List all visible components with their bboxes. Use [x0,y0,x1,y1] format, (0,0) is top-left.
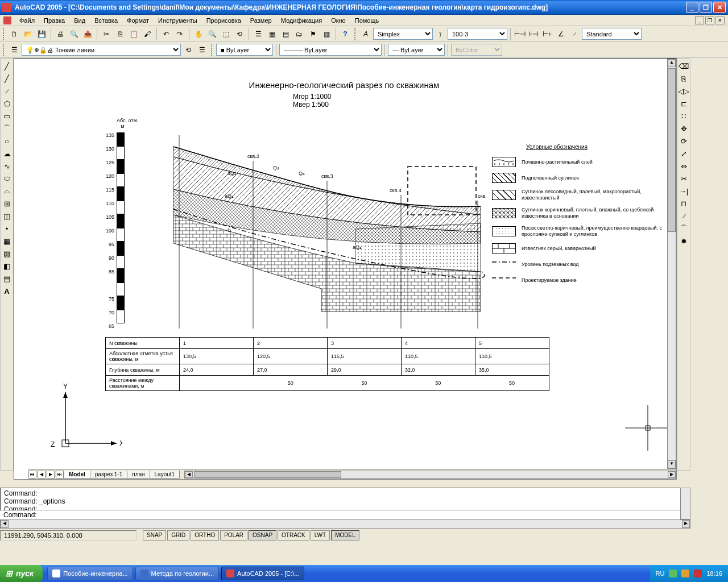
ortho-toggle[interactable]: ORTHO [191,530,219,541]
menu-format[interactable]: Формат [122,16,154,25]
dim5-button[interactable]: ⟋ [568,28,581,40]
toolpalettes-button[interactable]: ▤ [279,28,292,40]
matchprop-button[interactable]: 🖌 [141,28,154,40]
layer-prev-button[interactable]: ⟲ [182,44,195,56]
dimstyle-button[interactable]: ⟟ [434,28,446,40]
tab-layout1[interactable]: Layout1 [150,471,180,479]
trim-button[interactable]: ✂ [678,173,689,184]
dim4-button[interactable]: ∠ [555,28,567,40]
pan-button[interactable]: ✋ [192,28,205,40]
menu-draw[interactable]: Прорисовка [202,16,246,25]
polar-toggle[interactable]: POLAR [220,530,247,541]
dim2-button[interactable]: ⊦⊣ [527,28,540,40]
markup-button[interactable]: ⚑ [307,28,319,40]
scale-button[interactable]: ⤢ [678,148,689,159]
explode-button[interactable]: ✹ [678,235,689,247]
ellipsearc-button[interactable]: ⌓ [1,185,13,197]
tray-icon-2[interactable] [681,569,689,577]
chamfer-button[interactable]: ⟋ [678,210,689,222]
osnap-toggle[interactable]: OSNAP [249,530,276,541]
circle-button[interactable]: ○ [1,135,13,147]
tab-prev-button[interactable]: ◀ [38,471,46,479]
doc-restore-button[interactable]: ❐ [705,16,714,24]
menu-view[interactable]: Вид [69,16,90,25]
preview-button[interactable]: 🔍 [68,28,80,40]
array-button[interactable]: ∷ [678,110,689,122]
zoom-window-button[interactable]: ⬚ [220,28,232,40]
point-button[interactable]: • [1,223,13,234]
horizontal-scrollbar[interactable]: ◀ ▶ [184,471,676,479]
tray-icon-3[interactable] [694,569,702,577]
calc-button[interactable]: ▥ [320,28,333,40]
insert-button[interactable]: ⊞ [1,198,13,209]
menu-file[interactable]: Файл [15,16,39,25]
maximize-button[interactable]: ❐ [700,2,712,13]
help-button[interactable]: ? [339,28,351,40]
dim3-button[interactable]: ⊢⊦ [541,28,553,40]
erase-button[interactable]: ⌫ [678,60,689,72]
tab-model[interactable]: Model [64,471,90,479]
drawing-area[interactable]: Инженерно-геологический разрез по скважи… [14,58,677,480]
color-dropdown[interactable]: ■ ByLayer [216,44,273,56]
pline-button[interactable]: ⟋ [1,85,13,97]
revcloud-button[interactable]: ☁ [1,148,13,159]
zoom-prev-button[interactable]: ⟲ [233,28,246,40]
textstyle-button[interactable]: A [359,28,372,40]
menu-modify[interactable]: Модификация [276,16,327,25]
paste-button[interactable]: 📋 [127,28,140,40]
undo-button[interactable]: ↶ [160,28,172,40]
gradient-button[interactable]: ▨ [1,248,13,259]
tray-icon-1[interactable] [669,569,677,577]
tab-last-button[interactable]: ⏭ [56,471,64,479]
tablestyle-dropdown[interactable]: Standard [582,28,642,40]
mirror-button[interactable]: ◁▷ [678,85,689,97]
system-tray[interactable]: RU 18:16 [650,565,728,582]
break-button[interactable]: ⊓ [678,198,689,209]
tab-first-button[interactable]: ⏮ [28,471,36,479]
region-button[interactable]: ◧ [1,260,13,272]
doc-close-button[interactable]: ✕ [715,16,725,24]
grid-toggle[interactable]: GRID [167,530,189,541]
menu-help[interactable]: Помощь [350,16,384,25]
menu-insert[interactable]: Вставка [90,16,122,25]
redo-button[interactable]: ↷ [173,28,186,40]
task-button-1[interactable]: Пособие-инженерна... [47,567,133,580]
close-button[interactable]: ✕ [713,2,726,13]
lineweight-dropdown[interactable]: — ByLayer [388,44,445,56]
clock[interactable]: 18:16 [706,570,722,577]
snap-toggle[interactable]: SNAP [143,530,166,541]
linetype-dropdown[interactable]: ——— ByLayer [279,44,382,56]
task-button-3[interactable]: AutoCAD 2005 - [C:\... [221,567,304,580]
rotate-button[interactable]: ⟳ [678,135,689,147]
table-button[interactable]: ▤ [1,273,13,284]
xline-button[interactable]: ╱ [1,73,13,84]
cut-button[interactable]: ✂ [100,28,113,40]
publish-button[interactable]: 📤 [81,28,94,40]
cmd-vscroll[interactable] [680,488,690,519]
hatch-button[interactable]: ▦ [1,235,13,247]
command-input[interactable]: Command: [0,510,680,519]
fillet-button[interactable]: ⌒ [678,223,689,234]
spline-button[interactable]: ∿ [1,160,13,172]
print-button[interactable]: 🖨 [54,28,67,40]
ellipse-button[interactable]: ⬭ [1,173,13,184]
mtext-button[interactable]: A [1,285,13,297]
menu-edit[interactable]: Правка [39,16,69,25]
otrack-toggle[interactable]: OTRACK [278,530,309,541]
textstyle-dropdown[interactable]: Simplex [373,28,433,40]
offset-button[interactable]: ⊏ [678,98,689,109]
block-button[interactable]: ◫ [1,210,13,222]
menu-dimension[interactable]: Размер [246,16,276,25]
menu-tools[interactable]: Инструменты [154,16,202,25]
model-toggle[interactable]: MODEL [331,530,359,541]
menu-window[interactable]: Окно [326,16,350,25]
copy-obj-button[interactable]: ⎘ [678,73,689,84]
layer-states-button[interactable]: ☰ [196,44,208,56]
move-button[interactable]: ✥ [678,123,689,134]
new-button[interactable]: 🗋 [8,28,20,40]
polygon-button[interactable]: ⬠ [1,98,13,109]
tab-section[interactable]: разрез 1-1 [90,471,127,479]
tab-plan[interactable]: план [127,471,150,479]
language-indicator[interactable]: RU [656,570,665,577]
lwt-toggle[interactable]: LWT [311,530,330,541]
